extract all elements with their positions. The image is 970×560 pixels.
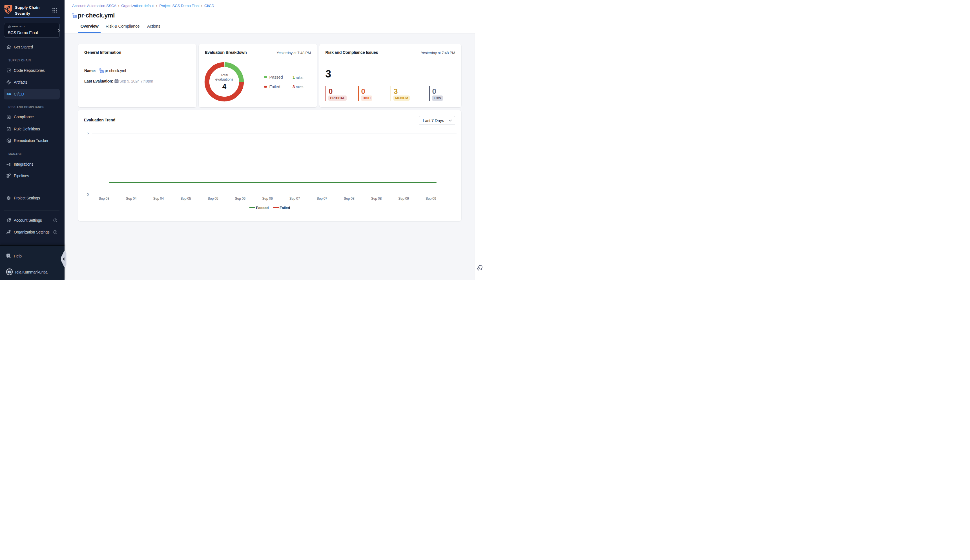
svg-text:?: ? [8,254,9,257]
